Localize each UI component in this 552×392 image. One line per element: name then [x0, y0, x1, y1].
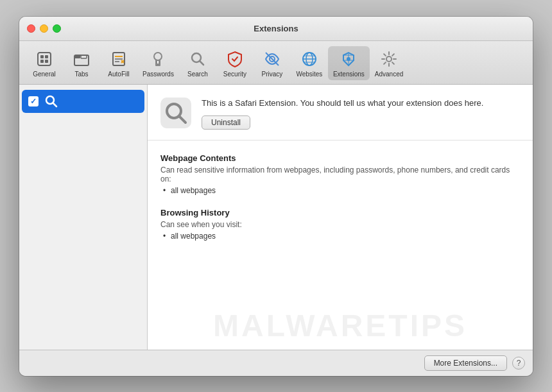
websites-icon [299, 49, 320, 69]
extension-description: This is a Safari Extension. You should t… [202, 98, 520, 109]
toolbar-item-extensions[interactable]: Extensions [328, 46, 370, 80]
svg-line-29 [179, 116, 185, 123]
svg-point-25 [386, 56, 392, 62]
privacy-icon [262, 49, 282, 69]
extension-info: This is a Safari Extension. You should t… [202, 98, 520, 130]
general-icon [34, 49, 55, 69]
extension-header: This is a Safari Extension. You should t… [148, 85, 533, 141]
toolbar-item-passwords[interactable]: Passwords [137, 46, 179, 80]
toolbar-item-security[interactable]: Security [216, 46, 254, 80]
help-button[interactable]: ? [512, 357, 525, 370]
toolbar-item-websites[interactable]: Websites [291, 46, 328, 80]
general-label: General [33, 71, 56, 78]
permissions-section: Webpage Contents Can read sensitive info… [148, 141, 533, 350]
svg-rect-7 [81, 55, 87, 58]
svg-rect-6 [74, 55, 80, 58]
webpage-contents-desc: Can read sensitive information from webp… [160, 166, 520, 183]
permission-group-webpage: Webpage Contents Can read sensitive info… [160, 153, 520, 195]
tabs-icon [71, 49, 92, 69]
more-extensions-button[interactable]: More Extensions... [424, 355, 507, 371]
advanced-icon [379, 49, 399, 69]
toolbar: General Tabs [19, 41, 533, 85]
websites-label: Websites [296, 71, 322, 78]
minimize-button[interactable] [40, 24, 48, 33]
uninstall-button[interactable]: Uninstall [202, 115, 250, 130]
advanced-label: Advanced [375, 71, 403, 78]
extension-icon [160, 98, 191, 128]
security-label: Security [223, 71, 246, 78]
svg-point-12 [154, 53, 162, 60]
svg-line-27 [53, 103, 57, 107]
detail-panel: This is a Safari Extension. You should t… [148, 85, 533, 350]
browsing-history-title: Browsing History [160, 208, 520, 217]
extensions-icon [338, 49, 359, 69]
search-icon [187, 49, 208, 69]
permission-group-history: Browsing History Can see when you visit:… [160, 208, 520, 241]
toolbar-item-tabs[interactable]: Tabs [63, 46, 100, 80]
svg-rect-4 [45, 60, 48, 63]
maximize-button[interactable] [53, 24, 61, 33]
extensions-label: Extensions [333, 71, 365, 78]
security-icon [225, 49, 245, 69]
safari-preferences-window: Extensions General [19, 17, 533, 376]
webpage-contents-list: all webpages [160, 186, 520, 195]
svg-point-24 [347, 57, 350, 61]
autofill-label: AutoFill [108, 71, 129, 78]
sidebar-ext-icon [44, 94, 59, 109]
checkmark-icon: ✓ [30, 97, 37, 106]
passwords-label: Passwords [142, 71, 174, 78]
main-content: ✓ T [19, 85, 533, 350]
webpage-contents-item: all webpages [160, 186, 520, 195]
passwords-icon [148, 49, 168, 69]
traffic-lights [27, 24, 61, 33]
toolbar-item-autofill[interactable]: AutoFill [100, 46, 137, 80]
watermark: MALWARETIPS [213, 308, 467, 343]
toolbar-item-privacy[interactable]: Privacy [254, 46, 291, 80]
browsing-history-desc: Can see when you visit: [160, 220, 520, 229]
svg-rect-2 [45, 55, 48, 58]
toolbar-item-general[interactable]: General [26, 46, 63, 80]
window-title: Extensions [254, 24, 298, 33]
privacy-label: Privacy [262, 71, 283, 78]
extension-checkbox[interactable]: ✓ [28, 96, 39, 107]
webpage-contents-title: Webpage Contents [160, 153, 520, 163]
toolbar-item-search[interactable]: Search [179, 46, 216, 80]
title-bar: Extensions [19, 17, 533, 41]
sidebar-item-search-ext[interactable]: ✓ [22, 90, 144, 113]
svg-line-16 [200, 61, 203, 65]
svg-rect-1 [40, 55, 44, 58]
browsing-history-item: all webpages [160, 232, 520, 241]
browsing-history-list: all webpages [160, 232, 520, 241]
tabs-label: Tabs [74, 71, 88, 78]
svg-rect-0 [38, 53, 51, 65]
svg-rect-3 [40, 60, 44, 63]
search-label: Search [187, 71, 208, 78]
toolbar-item-advanced[interactable]: Advanced [370, 46, 408, 80]
sidebar: ✓ [19, 85, 148, 350]
bottom-bar: More Extensions... ? [19, 350, 533, 376]
close-button[interactable] [27, 24, 35, 33]
autofill-icon [108, 49, 129, 69]
